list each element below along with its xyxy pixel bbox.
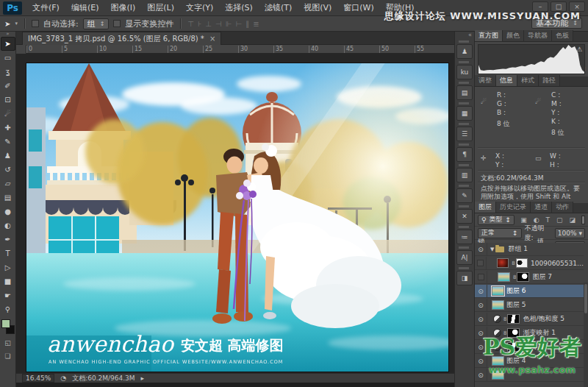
panel-tab[interactable]: 动作 (552, 202, 573, 213)
distribute-horizontal-icon[interactable]: ≣ (253, 20, 259, 28)
visibility-toggle-empty[interactable] (478, 274, 484, 280)
pixel-layer-filter-icon[interactable]: ▣ (520, 216, 527, 224)
align-right-icon[interactable]: ⊢ (235, 20, 242, 28)
layer-row-selected[interactable]: ⊙ 图层 6 (475, 285, 584, 298)
kuler-panel-icon[interactable]: ku (456, 65, 473, 79)
align-middle-icon[interactable]: ⊦ (198, 20, 201, 28)
menu-item[interactable]: 滤镜(T) (259, 0, 298, 15)
panel-tab[interactable]: 信息 (496, 75, 517, 86)
auto-select-dropdown[interactable]: 组↕ (83, 18, 110, 29)
adjustments-panel-icon[interactable]: ≔ (456, 230, 473, 244)
mask-link-icon[interactable]: 8 (503, 316, 506, 322)
quick-selection-tool[interactable]: ✐ (1, 79, 15, 93)
menu-item[interactable]: 图层(L) (141, 0, 180, 15)
quick-mask-icon[interactable]: ◱ (1, 337, 15, 349)
filter-toggle[interactable] (581, 216, 585, 224)
properties-panel-icon[interactable]: ▦ (456, 106, 473, 121)
paragraph-panel-icon[interactable]: ¶ (456, 147, 473, 162)
align-center-icon[interactable]: ⊩ (226, 20, 232, 28)
layer-row[interactable]: ⊙ (475, 369, 584, 382)
visibility-icon[interactable]: ⊙ (478, 302, 484, 309)
screen-mode-icon[interactable]: ❏ (1, 350, 15, 362)
crop-tool[interactable]: ⊡ (1, 93, 15, 107)
clone-stamp-tool[interactable]: ♟ (1, 149, 15, 163)
adjustment-layer-icon[interactable] (493, 343, 501, 351)
tool-presets-panel-icon[interactable]: ✎ (456, 188, 473, 203)
mask-link-icon[interactable]: 8 (513, 274, 516, 280)
healing-brush-tool[interactable]: ✚ (1, 121, 15, 135)
close-button[interactable]: × (569, 1, 585, 12)
visibility-icon[interactable]: ⊙ (478, 330, 484, 337)
layer-thumbnail[interactable] (492, 370, 504, 380)
tool-preset-caret-icon[interactable]: ▾ (15, 21, 18, 26)
layer-row[interactable]: ⊙ 图层 4 (475, 355, 584, 368)
menu-item[interactable]: 文字(Y) (180, 0, 219, 15)
menu-item[interactable]: 选择(S) (219, 0, 259, 15)
path-selection-tool[interactable]: ▷ (1, 260, 15, 274)
layer-filter-dropdown[interactable]: ⚲ 类型↕ (478, 215, 514, 225)
layer-thumbnail[interactable] (498, 272, 510, 282)
group-expand-icon[interactable]: ▼ (490, 246, 494, 252)
align-bottom-icon[interactable]: ⊥ (205, 20, 212, 28)
character-panel-icon[interactable]: A| (456, 250, 473, 265)
layer-row[interactable]: 8 10090605531… (475, 257, 584, 270)
maximize-button[interactable]: □ (551, 1, 567, 12)
foreground-color-swatch[interactable] (1, 319, 10, 328)
zoom-tool[interactable]: ⚲ (1, 302, 15, 316)
type-tool[interactable]: T (1, 246, 15, 260)
measurement-log-panel-icon[interactable]: ▥ (456, 168, 473, 182)
panel-tab[interactable]: 直方图 (475, 30, 503, 41)
clone-source-panel-icon[interactable]: ♟ (456, 44, 473, 59)
panel-tab[interactable]: 颜色 (503, 30, 524, 41)
panel-tab[interactable]: 历史记录 (496, 202, 531, 213)
opacity-field[interactable]: 100%▾ (555, 228, 585, 238)
show-transform-checkbox[interactable] (113, 20, 121, 27)
tools-panel-icon[interactable]: ✕ (456, 209, 473, 224)
minimize-button[interactable]: – (532, 1, 548, 12)
dock-collapse-icon[interactable]: « (455, 32, 474, 38)
pen-tool[interactable]: ✒ (1, 232, 15, 246)
lasso-tool[interactable]: ʓ (1, 65, 15, 79)
dodge-tool[interactable]: ◐ (1, 219, 15, 232)
layer-mask-thumbnail[interactable] (517, 272, 529, 282)
smart-object-filter-icon[interactable]: ◪ (569, 216, 576, 224)
distribute-vertical-icon[interactable]: ∥ (245, 20, 249, 28)
visibility-icon[interactable]: ⊙ (478, 344, 484, 351)
mask-link-icon[interactable]: 8 (503, 330, 506, 336)
status-arrow-icon[interactable]: ▸ (141, 374, 145, 382)
layer-mask-thumbnail[interactable] (516, 258, 528, 268)
menu-item[interactable]: 帮助(H) (380, 0, 420, 15)
align-top-icon[interactable]: ⊤ (187, 20, 194, 28)
eraser-tool[interactable]: ▱ (1, 177, 15, 191)
adjustment-layer-icon[interactable] (493, 329, 501, 337)
brush-tool[interactable]: ✎ (1, 135, 15, 149)
visibility-icon[interactable]: ⊙ (478, 288, 484, 295)
mask-link-icon[interactable]: 8 (503, 344, 506, 350)
layer-thumbnail[interactable] (497, 258, 509, 268)
layer-mask-thumbnail[interactable] (507, 342, 520, 352)
menu-item[interactable]: 图像(I) (104, 0, 141, 15)
shape-layer-filter-icon[interactable]: ▢ (556, 216, 563, 224)
visibility-icon[interactable]: ⊙ (478, 372, 484, 379)
notes-panel-icon[interactable]: ▤ (456, 85, 473, 100)
layer-thumbnail[interactable] (492, 286, 504, 296)
styles-panel-icon[interactable]: ◨ (456, 271, 473, 285)
panel-tab[interactable]: 导航器 (524, 30, 552, 41)
layer-mask-thumbnail[interactable] (507, 314, 520, 324)
menu-item[interactable]: 编辑(E) (65, 0, 105, 15)
timeline-panel-icon[interactable]: ☰ (456, 127, 473, 141)
visibility-toggle-empty[interactable] (477, 260, 484, 266)
panel-tab[interactable]: 调整 (475, 75, 496, 86)
histogram-warning-icon[interactable]: ⚠ (576, 46, 582, 53)
gradient-tool[interactable]: ▤ (1, 191, 15, 205)
layer-row-group[interactable]: ⊙ ▼ 群组 1 (475, 243, 584, 256)
align-left-icon[interactable]: ⊣ (215, 20, 222, 28)
panel-tab[interactable]: 图层 (475, 202, 496, 213)
panel-tab[interactable]: 色板 (552, 30, 573, 41)
zoom-level-field[interactable]: 16.45% (22, 374, 54, 383)
panel-tab[interactable]: 样式 (517, 75, 539, 86)
visibility-icon[interactable]: ⊙ (478, 358, 484, 365)
hand-tool[interactable]: ☛ (1, 288, 15, 302)
adjustment-layer-icon[interactable] (493, 315, 501, 323)
blur-tool[interactable]: ● (1, 205, 15, 219)
